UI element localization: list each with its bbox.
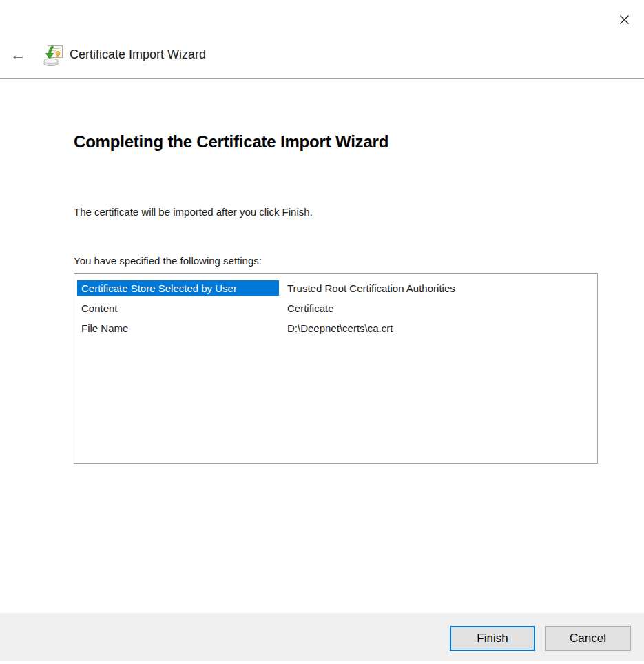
setting-key: Content xyxy=(77,300,279,316)
cancel-button[interactable]: Cancel xyxy=(545,626,631,651)
certificate-import-icon xyxy=(42,43,64,68)
setting-key: Certificate Store Selected by User xyxy=(77,280,279,296)
setting-key: File Name xyxy=(77,320,279,336)
back-arrow-icon: ← xyxy=(10,45,26,63)
settings-row[interactable]: ContentCertificate xyxy=(74,298,597,318)
window-title: Certificate Import Wizard xyxy=(70,48,206,62)
page-title: Completing the Certificate Import Wizard xyxy=(74,132,388,152)
header-divider xyxy=(0,78,644,79)
settings-row[interactable]: File NameD:\Deepnet\certs\ca.crt xyxy=(74,318,597,338)
setting-value: Certificate xyxy=(287,302,334,314)
settings-label: You have specified the following setting… xyxy=(74,255,262,267)
close-icon xyxy=(619,14,630,25)
certificate-import-wizard-window: ← Certificate Import Wizard Com xyxy=(0,0,644,664)
close-button[interactable] xyxy=(612,8,636,30)
footer-bar: Finish Cancel xyxy=(0,613,644,661)
wizard-header: ← Certificate Import Wizard xyxy=(0,43,644,69)
finish-button[interactable]: Finish xyxy=(450,626,535,651)
setting-value: Trusted Root Certification Authorities xyxy=(287,282,455,294)
settings-row[interactable]: Certificate Store Selected by UserTruste… xyxy=(74,278,597,298)
setting-value: D:\Deepnet\certs\ca.crt xyxy=(287,322,393,334)
back-button[interactable]: ← xyxy=(9,44,27,65)
settings-list[interactable]: Certificate Store Selected by UserTruste… xyxy=(74,273,598,464)
intro-text: The certificate will be imported after y… xyxy=(74,206,313,218)
